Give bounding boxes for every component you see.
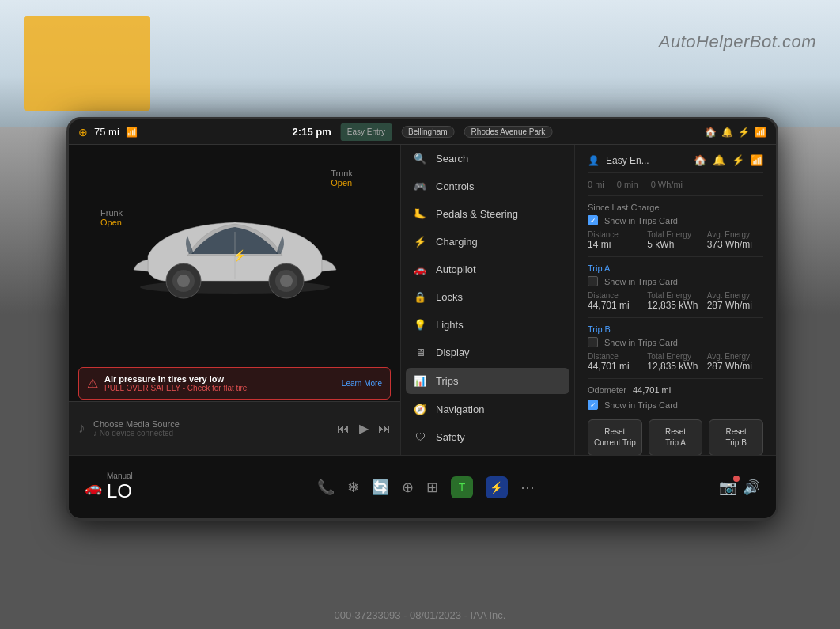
- trip-a-avg-block: Avg. Energy 287 Wh/mi: [707, 291, 763, 311]
- home-nav-icon[interactable]: 🏠: [694, 154, 706, 166]
- tesla-app-icon[interactable]: T: [451, 476, 473, 498]
- trip-a-distance-block: Distance 44,701 mi: [588, 291, 644, 311]
- trip-a-show-label: Show in Trips Card: [604, 277, 678, 286]
- odometer-value: 44,701 mi: [633, 385, 671, 395]
- camera-badge: [733, 476, 740, 482]
- slc-distance-label: Distance: [588, 230, 644, 239]
- media-controls: ⏮ ▶ ⏭: [337, 421, 391, 436]
- trip-a-stats: Distance 44,701 mi Total Energy 12,835 k…: [588, 291, 763, 311]
- more-icon[interactable]: ⋯: [520, 479, 535, 496]
- nav-time: 0 min: [617, 180, 638, 189]
- dash-icon[interactable]: ⊞: [426, 479, 438, 496]
- menu-item-lights[interactable]: 💡 Lights: [401, 311, 574, 339]
- menu-item-autopilot[interactable]: 🚗 Autopilot: [401, 256, 574, 283]
- taskbar-icons: 📞 ❄ 🔄 ⊕ ⊞ T ⚡ ⋯: [317, 476, 535, 498]
- taskbar-gear: 🚗 Manual LO: [85, 472, 133, 502]
- fan-icon[interactable]: ❄: [347, 479, 359, 496]
- trip-a-checkbox[interactable]: [588, 276, 598, 286]
- gear-label: Manual: [107, 472, 133, 480]
- menu-item-locks[interactable]: 🔒 Locks: [401, 283, 574, 311]
- safety-taskbar-icon[interactable]: ⊕: [402, 479, 414, 496]
- gear-display: Manual LO: [107, 472, 133, 502]
- gear-value: LO: [107, 480, 133, 502]
- nav-header: 👤 Easy En... 🏠 🔔 ⚡ 📶: [588, 154, 763, 173]
- menu-item-navigation[interactable]: 🧭 Navigation: [401, 396, 574, 423]
- trip-b-avg-label: Avg. Energy: [707, 352, 763, 361]
- bell-nav-icon[interactable]: 🔔: [713, 154, 725, 166]
- car-taskbar-icon[interactable]: 🚗: [85, 479, 102, 496]
- slc-checkbox[interactable]: [588, 215, 598, 225]
- main-content: Trunk Open Frunk Open: [69, 145, 776, 455]
- bt-app-icon[interactable]: ⚡: [486, 476, 508, 498]
- trip-b-stats: Distance 44,701 mi Total Energy 12,835 k…: [588, 352, 763, 372]
- pedals-icon: 🦶: [414, 208, 426, 220]
- media-title: Choose Media Source: [93, 419, 329, 429]
- taskbar-right: 📷 🔊: [719, 479, 760, 496]
- nav-stats: 0 mi 0 min 0 Wh/mi: [588, 180, 763, 189]
- status-bar: ⊕ 75 mi 📶 2:15 pm Easy Entry Bellingham …: [69, 119, 776, 145]
- trip-b-energy-value: 12,835 kWh: [647, 361, 703, 372]
- map-segment-text: Easy Entry: [347, 127, 385, 136]
- bell-icon: 🔔: [721, 127, 733, 138]
- menu-item-search[interactable]: 🔍 Search: [401, 145, 574, 172]
- slc-avg-label: Avg. Energy: [707, 230, 763, 239]
- play-button[interactable]: ▶: [359, 421, 369, 436]
- prev-button[interactable]: ⏮: [337, 422, 350, 436]
- phone-icon[interactable]: 📞: [317, 479, 335, 496]
- odometer-label: Odometer: [588, 385, 626, 395]
- slc-stats: Distance 14 mi Total Energy 5 kWh Avg. E…: [588, 230, 763, 250]
- alert-icon: ⚠: [87, 376, 98, 391]
- taskbar: 🚗 Manual LO 📞 ❄ 🔄 ⊕ ⊞ T ⚡ ⋯ 📷 🔊: [69, 455, 776, 518]
- signal-nav-icon[interactable]: 📶: [751, 154, 763, 166]
- reset-trip-b-button[interactable]: ResetTrip B: [709, 419, 763, 455]
- autopilot-icon: 🚗: [414, 263, 426, 275]
- trip-b-checkbox[interactable]: [588, 337, 598, 347]
- trip-a-avg-label: Avg. Energy: [707, 291, 763, 300]
- bt-nav-icon[interactable]: ⚡: [732, 154, 744, 166]
- reset-trip-a-button[interactable]: ResetTrip A: [649, 419, 703, 455]
- trip-b-energy-label: Total Energy: [647, 352, 703, 361]
- camera-taskbar-icon[interactable]: 📷: [719, 479, 736, 495]
- menu-item-pedals[interactable]: 🦶 Pedals & Steering: [401, 200, 574, 228]
- nav-distance: 0 mi: [588, 180, 604, 189]
- wiper-icon[interactable]: 🔄: [372, 479, 389, 496]
- volume-icon[interactable]: 🔊: [743, 479, 760, 496]
- map-segment: Easy Entry: [341, 123, 392, 141]
- lights-icon: 💡: [414, 319, 426, 331]
- nav-person-icon: 👤: [588, 155, 600, 166]
- next-button[interactable]: ⏭: [378, 422, 391, 436]
- alert-link[interactable]: Learn More: [342, 379, 382, 388]
- trip-a-checkbox-row: Show in Trips Card: [588, 276, 763, 286]
- trip-b-avg-block: Avg. Energy 287 Wh/mi: [707, 352, 763, 372]
- navigation-icon: 🧭: [414, 404, 426, 415]
- nav-energy: 0 Wh/mi: [651, 180, 683, 189]
- slc-energy-block: Total Energy 5 kWh: [647, 230, 703, 250]
- svg-text:⚡: ⚡: [232, 249, 246, 263]
- camera-container: 📷: [719, 479, 736, 496]
- menu-item-controls[interactable]: 🎮 Controls: [401, 172, 574, 200]
- slc-energy-value: 5 kWh: [647, 239, 703, 250]
- media-source-icon: ♪: [78, 420, 85, 437]
- time-display: 2:15 pm: [293, 126, 331, 138]
- menu-item-trips[interactable]: 📊 Trips: [406, 368, 569, 394]
- odometer-checkbox[interactable]: [588, 400, 598, 410]
- car-illustration: ⚡: [124, 176, 346, 319]
- tpms-icon: ⊕: [78, 126, 88, 138]
- range-display: 75 mi: [94, 126, 119, 138]
- trip-a-dist-value: 44,701 mi: [588, 300, 644, 311]
- trip-b-label: Trip B: [588, 324, 763, 334]
- divider-1: [588, 195, 763, 196]
- status-bar-center: 2:15 pm Easy Entry Bellingham Rhodes Ave…: [293, 123, 553, 141]
- locks-icon: 🔒: [414, 291, 426, 303]
- slc-avg-block: Avg. Energy 373 Wh/mi: [707, 230, 763, 250]
- map-location-1: Bellingham: [401, 126, 454, 138]
- watermark: AutoHelperBot.com: [659, 32, 816, 52]
- menu-item-safety[interactable]: 🛡 Safety: [401, 423, 574, 451]
- frunk-label: Frunk Open: [100, 208, 123, 227]
- charging-icon: ⚡: [414, 236, 426, 248]
- menu-item-display[interactable]: 🖥 Display: [401, 339, 574, 366]
- reset-current-trip-button[interactable]: ResetCurrent Trip: [588, 419, 642, 455]
- trip-b-distance-block: Distance 44,701 mi: [588, 352, 644, 372]
- menu-item-charging[interactable]: ⚡ Charging: [401, 228, 574, 256]
- bluetooth-icon: ⚡: [738, 127, 750, 138]
